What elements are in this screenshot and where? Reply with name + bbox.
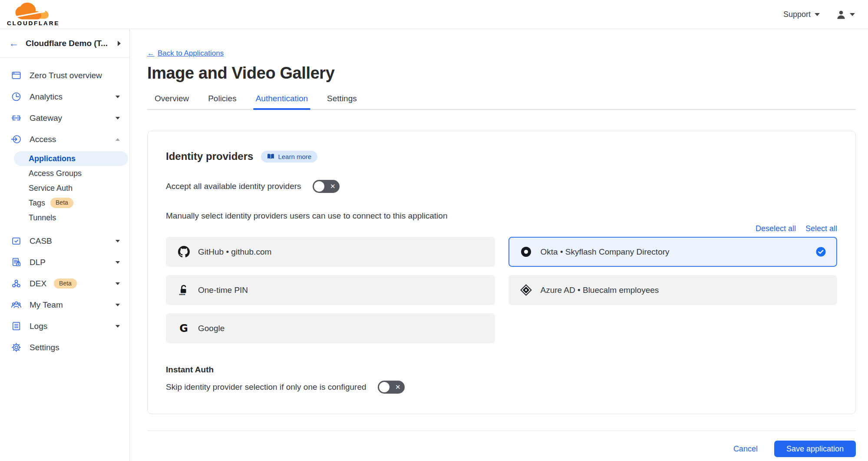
beta-badge: Beta — [54, 279, 77, 289]
sidebar-item-tunnels[interactable]: Tunnels — [0, 210, 129, 225]
back-to-applications-link[interactable]: ← Back to Applications — [147, 49, 224, 58]
provider-tile-google[interactable]: G Google — [166, 313, 495, 343]
gateway-icon — [10, 113, 22, 123]
back-arrow-icon: ← — [147, 49, 155, 58]
chevron-up-icon — [116, 138, 120, 141]
support-label: Support — [783, 10, 811, 19]
tab-authentication[interactable]: Authentication — [256, 94, 308, 109]
chevron-down-icon — [116, 96, 120, 98]
sidebar-item-my-team[interactable]: My Team — [0, 294, 129, 315]
window-icon — [10, 70, 22, 81]
gear-icon — [10, 342, 22, 353]
sidebar-item-gateway[interactable]: Gateway — [0, 107, 129, 129]
provider-label: One-time PIN — [198, 285, 248, 295]
tab-bar: Overview Policies Authentication Setting… — [147, 94, 856, 110]
team-name: Cloudflare Demo (T... — [26, 39, 111, 48]
chevron-right-icon — [118, 41, 121, 46]
logs-icon — [10, 321, 22, 332]
sidebar-item-logs[interactable]: Logs — [0, 315, 129, 337]
chevron-down-icon — [116, 240, 120, 242]
provider-tile-okta[interactable]: Okta • Skyflash Company Directory — [508, 237, 838, 267]
main-content: ← Back to Applications Image and Video G… — [130, 29, 868, 461]
tab-overview[interactable]: Overview — [155, 94, 189, 109]
x-icon: ✕ — [330, 182, 336, 190]
sidebar-item-analytics[interactable]: Analytics — [0, 86, 129, 107]
dex-icon — [10, 278, 22, 289]
accept-all-toggle[interactable]: ✕ — [313, 180, 340, 193]
sidebar-item-dex[interactable]: DEX Beta — [0, 273, 129, 294]
sidebar-item-label: Zero Trust overview — [30, 71, 102, 80]
toggle-knob — [379, 382, 389, 392]
chevron-down-icon — [116, 282, 120, 285]
okta-icon — [520, 246, 533, 258]
save-application-button[interactable]: Save application — [774, 441, 856, 457]
footer-divider — [147, 431, 856, 431]
chevron-down-icon — [116, 117, 120, 119]
chevron-down-icon — [850, 13, 855, 16]
provider-label: Okta • Skyflash Company Directory — [541, 247, 670, 257]
provider-label: Google — [198, 324, 224, 333]
azure-ad-icon — [520, 284, 533, 296]
footer-actions: Cancel Save application — [147, 441, 856, 457]
one-time-pin-icon: **** — [177, 284, 190, 296]
select-all-link[interactable]: Select all — [805, 224, 837, 233]
beta-badge: Beta — [50, 198, 73, 208]
casb-icon — [10, 235, 22, 246]
user-icon — [836, 10, 846, 19]
sidebar-item-settings[interactable]: Settings — [0, 337, 129, 358]
provider-tile-azure-ad[interactable]: Azure AD • Bluecalm employees — [508, 275, 838, 305]
chevron-down-icon — [815, 13, 820, 16]
instant-auth-toggle[interactable]: ✕ — [378, 381, 405, 394]
provider-tile-one-time-pin[interactable]: **** One-time PIN — [166, 275, 495, 305]
chevron-down-icon — [116, 261, 120, 264]
sidebar-item-applications[interactable]: Applications — [14, 151, 128, 166]
provider-grid: GitHub • github.com Okta • Skyflash Comp… — [166, 237, 837, 343]
provider-label: Azure AD • Bluecalm employees — [541, 285, 659, 295]
dlp-icon — [10, 257, 22, 268]
selected-check-icon — [816, 247, 826, 257]
sidebar: ← Cloudflare Demo (T... Zero Trust overv… — [0, 29, 130, 461]
accept-all-label: Accept all available identity providers — [166, 182, 301, 191]
toggle-knob — [314, 181, 324, 192]
sidebar-item-tags[interactable]: Tags Beta — [0, 196, 129, 210]
book-icon — [267, 153, 274, 159]
identity-providers-card: Identity providers Learn more Accept all… — [147, 131, 856, 414]
sidebar-item-access[interactable]: Access — [0, 129, 129, 150]
top-bar: CLOUDFLARE Support — [0, 0, 868, 29]
cloudflare-cloud-icon — [13, 3, 53, 22]
sidebar-item-casb[interactable]: CASB — [0, 230, 129, 252]
tab-policies[interactable]: Policies — [208, 94, 236, 109]
sidebar-item-service-auth[interactable]: Service Auth — [0, 181, 129, 196]
team-switcher[interactable]: ← Cloudflare Demo (T... — [0, 29, 129, 58]
analytics-icon — [10, 91, 22, 102]
chevron-down-icon — [116, 325, 120, 328]
user-menu[interactable] — [836, 10, 855, 19]
github-icon — [177, 246, 190, 258]
sidebar-item-access-groups[interactable]: Access Groups — [0, 166, 129, 181]
support-menu[interactable]: Support — [783, 10, 820, 19]
deselect-all-link[interactable]: Deselect all — [756, 224, 796, 233]
access-icon — [10, 134, 22, 145]
google-icon: G — [177, 322, 190, 335]
team-icon — [10, 299, 22, 310]
card-title: Identity providers — [166, 150, 253, 163]
cloudflare-logo[interactable]: CLOUDFLARE — [7, 3, 59, 27]
manual-select-text: Manually select identity providers users… — [166, 211, 837, 221]
provider-label: GitHub • github.com — [198, 247, 271, 257]
chevron-down-icon — [116, 304, 120, 306]
sidebar-item-dlp[interactable]: DLP — [0, 252, 129, 273]
provider-tile-github[interactable]: GitHub • github.com — [166, 237, 495, 267]
instant-auth-label: Skip identity provider selection if only… — [166, 382, 366, 392]
learn-more-badge[interactable]: Learn more — [261, 151, 317, 163]
sidebar-nav: Zero Trust overview Analytics Gateway — [0, 58, 129, 358]
access-submenu: Applications Access Groups Service Auth … — [0, 150, 129, 230]
x-icon: ✕ — [395, 383, 401, 391]
sidebar-item-zero-trust-overview[interactable]: Zero Trust overview — [0, 65, 129, 86]
svg-text:****: **** — [179, 292, 186, 296]
tab-settings[interactable]: Settings — [327, 94, 357, 109]
instant-auth-heading: Instant Auth — [166, 365, 837, 375]
page-title: Image and Video Gallery — [147, 64, 856, 83]
cancel-button[interactable]: Cancel — [733, 444, 758, 454]
cloudflare-wordmark: CLOUDFLARE — [7, 20, 59, 27]
back-arrow-icon: ← — [9, 38, 19, 48]
